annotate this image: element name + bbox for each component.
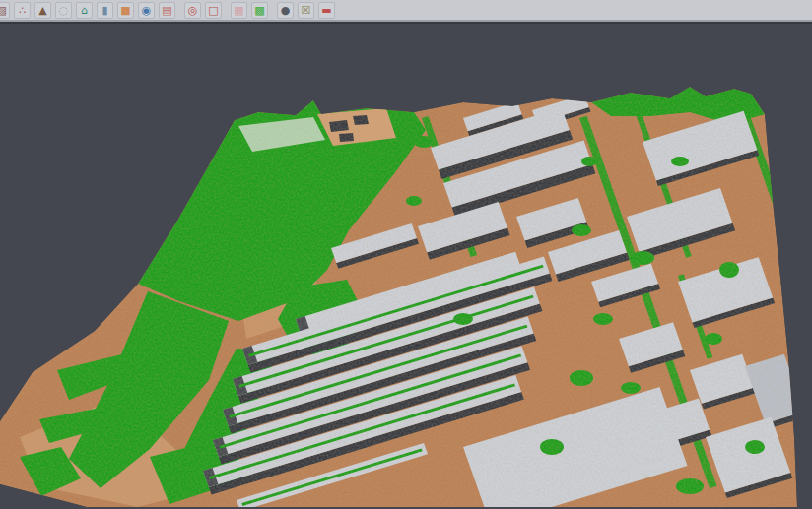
target-icon[interactable]: ◎ [184, 2, 201, 19]
point-cloud-icon-glyph: ∴ [19, 5, 26, 16]
building-extract-icon-glyph: ⌂ [81, 5, 88, 16]
layer-stack-icon[interactable]: ▤ [159, 2, 175, 19]
dataset-icon-glyph: ▨ [0, 5, 7, 16]
point-cloud-icon[interactable]: ∴ [14, 2, 31, 19]
target-icon-glyph: ◎ [188, 5, 198, 16]
profile-icon[interactable]: ▮ [97, 2, 113, 19]
classification-map-icon-glyph: ▩ [254, 5, 264, 16]
grid-icon-glyph: ▦ [234, 5, 243, 16]
flag-icon[interactable]: ▬ [318, 2, 335, 19]
contour-icon-glyph: ◌ [59, 5, 69, 16]
clear-selection-icon-glyph: ☒ [302, 5, 311, 16]
classified-mesh [0, 24, 812, 507]
layer-stack-icon-glyph: ▤ [162, 5, 171, 16]
main-toolbar: ▨∴▲◌⌂▮■◉▤◎□▦▩●☒▬ [0, 0, 812, 22]
grid-icon[interactable]: ▦ [231, 2, 247, 19]
contour-icon[interactable]: ◌ [55, 2, 72, 19]
orthophoto-icon[interactable]: ■ [117, 2, 134, 19]
sphere-icon-glyph: ● [281, 5, 291, 16]
application-window: { "window": { "viewport_background": "#4… [0, 0, 812, 509]
selection-box-icon-glyph: □ [208, 5, 218, 16]
clear-selection-icon[interactable]: ☒ [298, 2, 314, 19]
orthophoto-icon-glyph: ■ [120, 5, 130, 16]
profile-icon-glyph: ▮ [102, 5, 107, 16]
flag-icon-glyph: ▬ [321, 5, 331, 16]
texture-noise-overlay [0, 24, 812, 507]
sphere-icon[interactable]: ● [277, 2, 294, 19]
viewport-3d[interactable] [0, 24, 812, 507]
terrain-icon-glyph: ▲ [38, 5, 46, 16]
globe-icon-glyph: ◉ [142, 5, 152, 16]
globe-icon[interactable]: ◉ [138, 2, 155, 19]
classification-map-icon[interactable]: ▩ [251, 2, 268, 19]
building-extract-icon[interactable]: ⌂ [76, 2, 93, 19]
terrain-icon[interactable]: ▲ [34, 2, 51, 19]
dataset-icon[interactable]: ▨ [0, 2, 10, 19]
selection-box-icon[interactable]: □ [205, 2, 222, 19]
